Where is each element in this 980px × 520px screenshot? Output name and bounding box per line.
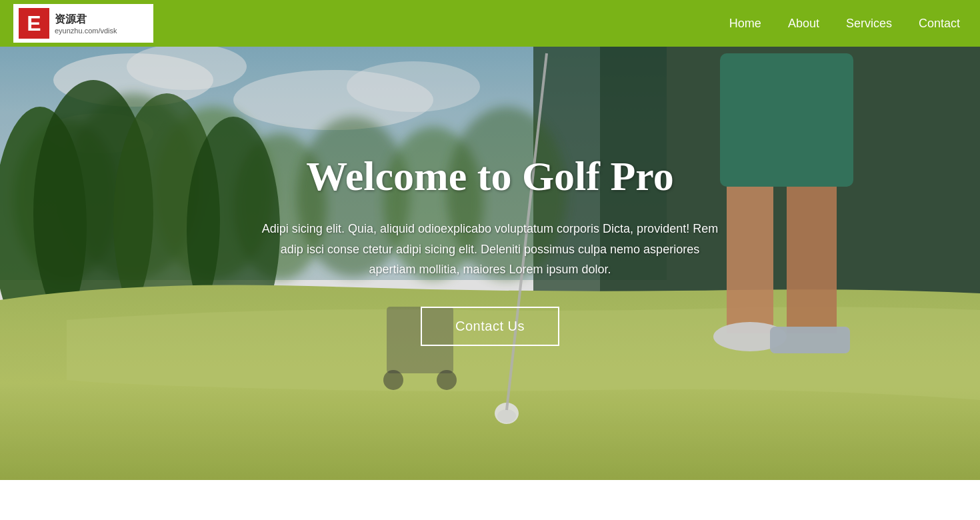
hero-content: Welcome to Golf Pro Adipi sicing elit. Q… [257, 153, 723, 346]
nav-link-home[interactable]: Home [729, 17, 761, 30]
nav-item-home[interactable]: Home [729, 17, 761, 31]
contact-us-button[interactable]: Contact Us [421, 307, 559, 346]
hero-section: Welcome to Golf Pro Adipi sicing elit. Q… [0, 0, 980, 480]
nav-link-contact[interactable]: Contact [919, 17, 960, 30]
nav-links: Home About Services Contact [729, 17, 960, 31]
nav-item-contact[interactable]: Contact [919, 17, 960, 31]
logo-main-text: 资源君 [55, 13, 117, 27]
logo-text-block: 资源君 eyunzhu.com/vdisk [55, 13, 117, 35]
nav-link-about[interactable]: About [788, 17, 819, 30]
hero-title: Welcome to Golf Pro [257, 153, 723, 199]
nav-link-services[interactable]: Services [846, 17, 892, 30]
nav-item-about[interactable]: About [788, 17, 819, 31]
nav-item-services[interactable]: Services [846, 17, 892, 31]
logo-sub-text: eyunzhu.com/vdisk [55, 27, 117, 35]
hero-description: Adipi sicing elit. Quia, aliquid odioexp… [257, 219, 723, 280]
bottom-section [0, 480, 980, 520]
logo[interactable]: E 资源君 eyunzhu.com/vdisk [13, 4, 153, 43]
logo-letter: E [19, 8, 49, 39]
navbar: E 资源君 eyunzhu.com/vdisk Home About Servi… [0, 0, 980, 47]
